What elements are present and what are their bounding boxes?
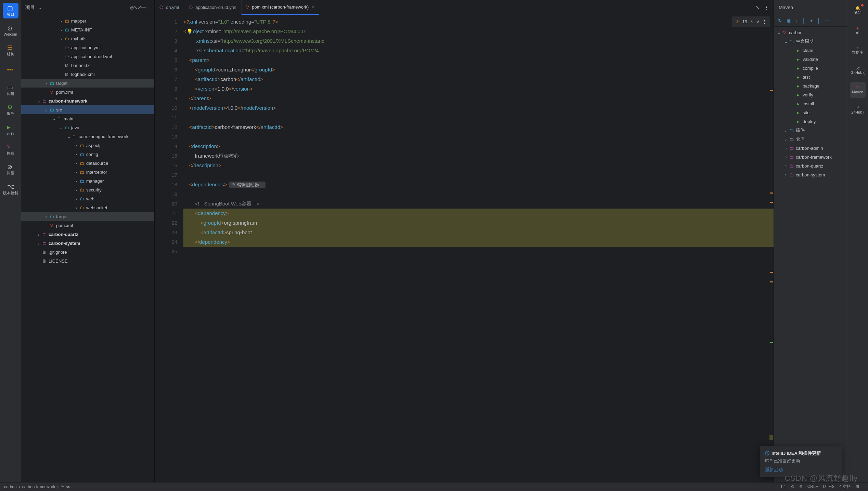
project-header-icon[interactable]: ◎ — [130, 5, 134, 10]
project-header-icon[interactable]: ⋮ — [146, 5, 150, 10]
tree-item-carbon-system[interactable]: ›🗀carbon-system — [21, 239, 154, 248]
next-highlight-icon[interactable]: ∨ — [756, 17, 760, 27]
tree-item-carbon-quartz[interactable]: ›🗀carbon-quartz — [21, 230, 154, 239]
right-tool-GitHub ([interactable]: ⎇GitHub ( — [850, 102, 866, 118]
maven-item-verify[interactable]: ▸verify — [774, 90, 847, 99]
close-icon[interactable]: × — [311, 4, 314, 10]
tree-item-web[interactable]: ›🗀web — [21, 194, 154, 203]
maven-item-生命周期[interactable]: ⌄🗀生命周期 — [774, 37, 847, 46]
status-item[interactable]: ⊞ — [856, 484, 859, 489]
right-tool-GitHub ([interactable]: ⎇GitHub ( — [850, 62, 866, 78]
tree-item-java[interactable]: ⌄🗀java — [21, 123, 154, 132]
restart-link[interactable]: 重新启动 — [765, 467, 837, 473]
maven-tool-icon[interactable]: ⋯ — [825, 18, 829, 23]
inspection-widget[interactable]: ⚠ 19 ∧ ∨ ⋮ — [732, 16, 770, 27]
breadcrumb[interactable]: carbon›carbon-framework›🗀 src — [4, 485, 72, 489]
tree-item-main[interactable]: ⌄🗀main — [21, 114, 154, 123]
maven-item-deploy[interactable]: ▸deploy — [774, 117, 847, 126]
status-item[interactable]: CRLF — [807, 484, 818, 489]
tree-item-target[interactable]: ›🗀target — [21, 212, 154, 221]
status-item[interactable]: ⊕ — [799, 484, 803, 489]
project-header-icon[interactable]: ⤢ — [138, 5, 141, 10]
tree-item-carbon-framework[interactable]: ⌄🗀carbon-framework — [21, 96, 154, 105]
tree-item-META-INF[interactable]: ›🗀META-INF — [21, 25, 154, 34]
tab-pom-xml--carbon-framework-[interactable]: Vpom.xml (carbon-framework)× — [242, 0, 319, 15]
breadcrumb-item[interactable]: 🗀 src — [61, 485, 71, 489]
maven-item-carbon-admin[interactable]: ›🗀carbon-admin — [774, 144, 847, 152]
left-tool-more[interactable]: ••• — [3, 62, 18, 78]
caret-position[interactable]: 1:1 — [780, 485, 786, 489]
tree-item-interceptor[interactable]: ›🗀interceptor — [21, 168, 154, 176]
maven-item-carbon-quartz[interactable]: ›🗀carbon-quartz — [774, 161, 847, 170]
tree-item-application-druid-yml[interactable]: ⎔application-druid.yml — [21, 52, 154, 61]
tree-item-manager[interactable]: ›🗀manager — [21, 176, 154, 185]
left-tool-Welcom[interactable]: ⊙Welcom — [3, 23, 18, 38]
more-icon[interactable]: ⋮ — [762, 17, 767, 27]
error-stripe[interactable] — [769, 15, 774, 482]
chevron-down-icon[interactable]: ⌄ — [38, 5, 42, 10]
right-tool-AI[interactable]: ✦AI — [850, 23, 866, 38]
tree-item-datasource[interactable]: ›🗀datasource — [21, 159, 154, 168]
project-header-icon[interactable]: — — [141, 5, 146, 10]
tree-item-target[interactable]: ›🗀target — [21, 79, 154, 88]
tree-item--gitignore[interactable]: 🗎.gitignore — [21, 248, 154, 256]
maven-tool-icon[interactable]: ▦ — [787, 18, 791, 23]
status-item[interactable]: 4 空格 — [839, 484, 851, 489]
source[interactable]: ⚠ 19 ∧ ∨ ⋮ <?xml version="1.0" encoding=… — [183, 15, 774, 482]
maven-item-carbon-framework[interactable]: ›🗀carbon-framework — [774, 152, 847, 161]
maven-item-install[interactable]: ▸install — [774, 99, 847, 108]
tab-action-icon[interactable]: ⤡ — [756, 5, 760, 10]
tree-item-pom-xml[interactable]: Vpom.xml — [21, 221, 154, 230]
left-tool-终端[interactable]: >_终端 — [3, 142, 18, 157]
breadcrumb-item[interactable]: carbon-framework — [22, 485, 55, 489]
maven-item-carbon-system[interactable]: ›🗀carbon-system — [774, 170, 847, 179]
maven-tool-icon[interactable]: ↻ — [778, 18, 782, 23]
left-tool-版本控制[interactable]: ⌥版本控制 — [3, 181, 18, 197]
tab-application-druid-yml[interactable]: ⎔application-druid.yml — [184, 0, 241, 15]
right-tool-Maven[interactable]: VMaven — [850, 82, 866, 98]
maven-tool-icon[interactable]: │ — [817, 18, 820, 23]
maven-item-仓库[interactable]: ›🗀仓库 — [774, 135, 847, 144]
inlay-hint[interactable]: ✎ 编辑启动器... — [229, 182, 265, 188]
left-tool-项目[interactable]: ▢项目 — [3, 3, 18, 18]
project-header-icon[interactable]: ⤡ — [134, 5, 138, 10]
tree-item-mybatis[interactable]: ›🗀mybatis — [21, 34, 154, 43]
status-item[interactable]: ⊘ — [791, 484, 794, 489]
maven-item-validate[interactable]: ▸validate — [774, 55, 847, 64]
tree-item-banner-txt[interactable]: 🗎banner.txt — [21, 61, 154, 70]
tab-action-icon[interactable]: ⋮ — [764, 5, 769, 10]
right-tool-通知[interactable]: 🔔通知 — [850, 3, 866, 18]
left-tool-问题[interactable]: ⊘问题 — [3, 161, 18, 177]
tree-item-com-zhonghui-framework[interactable]: ⌄🗀com.zhonghui.framework — [21, 132, 154, 141]
breadcrumb-item[interactable]: carbon — [4, 485, 17, 489]
maven-item-carbon[interactable]: ⌄Vcarbon — [774, 28, 847, 37]
tab-on-yml[interactable]: ⎔on.yml — [155, 0, 184, 15]
tree-item-application-yml[interactable]: ⎔application.yml — [21, 43, 154, 52]
maven-tool-icon[interactable]: + — [810, 18, 813, 23]
tree-item-aspectj[interactable]: ›🗀aspectj — [21, 141, 154, 150]
left-tool-构建[interactable]: ▭构建 — [3, 82, 18, 98]
prev-highlight-icon[interactable]: ∧ — [750, 17, 753, 27]
left-tool-运行[interactable]: ▸运行 — [3, 122, 18, 137]
tree-item-pom-xml[interactable]: Vpom.xml — [21, 88, 154, 96]
right-tool-数据库[interactable]: ≡数据库 — [850, 42, 866, 58]
tree-item-mapper[interactable]: ›🗀mapper — [21, 16, 154, 25]
maven-item-test[interactable]: ▸test — [774, 72, 847, 81]
left-tool-服务[interactable]: ⚙服务 — [3, 102, 18, 118]
maven-item-插件[interactable]: ›🗀插件 — [774, 126, 847, 135]
maven-tool-icon[interactable]: │ — [803, 18, 805, 23]
left-tool-结构[interactable]: ☰结构 — [3, 42, 18, 58]
tree-item-websocket[interactable]: ›🗀websocket — [21, 203, 154, 212]
maven-item-compile[interactable]: ▸compile — [774, 64, 847, 72]
maven-tool-icon[interactable]: ↓ — [795, 18, 798, 23]
maven-item-package[interactable]: ▸package — [774, 81, 847, 90]
tree-item-config[interactable]: ›🗀config — [21, 150, 154, 159]
tree-item-src[interactable]: ⌄🗀src — [21, 105, 154, 114]
tree-item-security[interactable]: ›🗀security — [21, 185, 154, 194]
status-item[interactable]: UTF-8 — [823, 484, 834, 489]
tree-item-logback-xml[interactable]: 🗎logback.xml — [21, 70, 154, 79]
maven-item-site[interactable]: ▸site — [774, 108, 847, 117]
tree-item-LICENSE[interactable]: 🗎LICENSE — [21, 256, 154, 265]
code-editor[interactable]: 12345✓6789101112131415161718192021⇥22232… — [155, 15, 774, 482]
maven-item-clean[interactable]: ▸clean — [774, 46, 847, 55]
